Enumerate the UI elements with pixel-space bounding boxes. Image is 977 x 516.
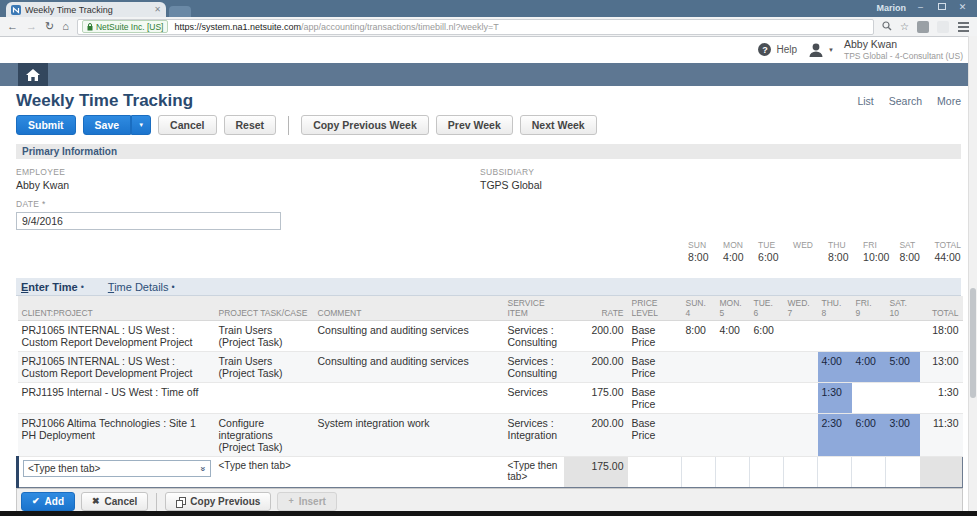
extension-icon[interactable] (917, 21, 929, 33)
window-restore-button[interactable] (935, 2, 948, 13)
subtab-bar: Enter Time• Time Details• (16, 278, 961, 296)
avatar-icon (807, 42, 825, 57)
hour-cell[interactable] (716, 383, 750, 414)
save-dropdown-button[interactable]: ▼ (131, 115, 151, 135)
tab-enter-time[interactable]: Enter Time• (21, 281, 84, 293)
col-header-service: SERVICE ITEM (504, 296, 564, 321)
tab-close-icon[interactable]: ✕ (154, 6, 161, 14)
hour-input-cell[interactable] (818, 457, 852, 488)
hour-cell[interactable] (716, 352, 750, 383)
page-zoom-icon[interactable] (882, 21, 892, 33)
rate-cell[interactable]: 175.00 (564, 457, 628, 488)
restore-icon (938, 3, 946, 10)
browser-toolbar: ← → ↻ ⌂ NetSuite Inc. [US] https://syste… (0, 17, 977, 37)
service-item-input[interactable]: <Type then tab> (504, 457, 564, 488)
hour-cell-selected[interactable]: 4:00 (818, 352, 852, 383)
hour-cell[interactable] (682, 414, 716, 457)
help-icon: ? (758, 43, 771, 56)
hour-cell-selected[interactable]: 5:00 (886, 352, 920, 383)
hour-cell[interactable] (852, 321, 886, 352)
nav-home-button[interactable] (18, 63, 48, 86)
hour-cell[interactable] (784, 383, 818, 414)
insert-button[interactable]: +Insert (277, 492, 337, 511)
user-menu[interactable]: ▼ (807, 42, 834, 57)
price-level-cell[interactable] (628, 457, 682, 488)
hour-cell[interactable] (750, 414, 784, 457)
date-input[interactable] (16, 212, 281, 230)
new-tab-button[interactable] (169, 6, 191, 17)
link-search[interactable]: Search (889, 95, 922, 107)
hour-cell[interactable] (716, 414, 750, 457)
timesheet-row[interactable]: PRJ1195 Internal - US West : Time off Se… (18, 383, 963, 414)
col-header-price: PRICE LEVEL (628, 296, 682, 321)
col-header-comment: COMMENT (314, 296, 504, 321)
chrome-menu-icon[interactable] (958, 26, 969, 28)
address-bar[interactable]: NetSuite Inc. [US] https://system.na1.ne… (77, 19, 874, 35)
copy-previous-week-button[interactable]: Copy Previous Week (301, 115, 429, 135)
user-info[interactable]: Abby Kwan TPS Global - 4-Consultant (US) (844, 38, 963, 61)
back-icon[interactable]: ← (7, 21, 18, 32)
scrollbar-thumb[interactable] (970, 288, 976, 398)
hour-cell[interactable] (818, 321, 852, 352)
comment-input[interactable] (314, 457, 504, 488)
extension-icon-secondary[interactable] (937, 21, 949, 33)
cancel-button[interactable]: Cancel (158, 115, 216, 135)
cancel-line-button[interactable]: ✖Cancel (81, 492, 148, 511)
hour-cell[interactable]: 8:00 (682, 321, 716, 352)
refresh-icon[interactable]: ↻ (45, 21, 54, 32)
hour-cell[interactable] (886, 383, 920, 414)
hour-cell[interactable]: 4:00 (716, 321, 750, 352)
hour-cell[interactable] (784, 352, 818, 383)
hour-input-cell[interactable] (886, 457, 920, 488)
window-close-button[interactable]: ✕ (956, 2, 969, 13)
browser-tab[interactable]: Weekly Time Tracking ✕ (6, 2, 166, 17)
help-link[interactable]: ? Help (758, 43, 797, 56)
link-list[interactable]: List (857, 95, 873, 107)
next-week-button[interactable]: Next Week (520, 115, 597, 135)
hour-cell-selected[interactable]: 1:30 (818, 383, 852, 414)
ssl-badge[interactable]: NetSuite Inc. [US] (82, 20, 169, 33)
hour-cell[interactable] (784, 414, 818, 457)
hour-cell-selected[interactable]: 2:30 (818, 414, 852, 457)
hour-cell[interactable]: 6:00 (750, 321, 784, 352)
hour-cell[interactable] (784, 321, 818, 352)
hour-input-cell[interactable] (852, 457, 886, 488)
forward-icon[interactable]: → (26, 21, 37, 32)
hour-cell-selected[interactable]: 6:00 (852, 414, 886, 457)
hour-input-cell[interactable] (716, 457, 750, 488)
add-button[interactable]: ✔Add (21, 492, 75, 511)
window-minimize-button[interactable]: – (914, 2, 927, 13)
tab-time-details[interactable]: Time Details• (108, 281, 175, 293)
hour-cell[interactable] (750, 352, 784, 383)
timesheet-row[interactable]: PRJ1065 INTERNAL : US West : Custom Repo… (18, 352, 963, 383)
hour-input-cell[interactable] (750, 457, 784, 488)
bookmark-star-icon[interactable]: ☆ (900, 22, 909, 32)
prev-week-button[interactable]: Prev Week (436, 115, 513, 135)
page-scrollbar[interactable] (968, 36, 977, 511)
url-text: https://system.na1.netsuite.com/app/acco… (174, 22, 498, 32)
hour-cell-selected[interactable]: 4:00 (852, 352, 886, 383)
client-project-select[interactable]: <Type then tab> » (23, 460, 211, 477)
link-more[interactable]: More (937, 95, 961, 107)
hour-cell[interactable] (886, 321, 920, 352)
project-task-input[interactable]: <Type then tab> (215, 457, 314, 488)
reset-button[interactable]: Reset (224, 115, 277, 135)
save-button[interactable]: Save (83, 115, 132, 135)
divider (156, 493, 157, 511)
top-action-bar: Submit Save ▼ Cancel Reset Copy Previous… (16, 115, 961, 135)
hour-input-cell[interactable] (784, 457, 818, 488)
timesheet-row[interactable]: PRJ1065 INTERNAL : US West : Custom Repo… (18, 321, 963, 352)
hour-cell[interactable] (682, 352, 716, 383)
hour-cell[interactable] (682, 383, 716, 414)
timesheet-row[interactable]: PRJ1066 Altima Technologies : Site 1 PH … (18, 414, 963, 457)
hour-input-cell[interactable] (682, 457, 716, 488)
window-user-label[interactable]: Marion (876, 3, 906, 13)
hour-cell[interactable] (750, 383, 784, 414)
copy-previous-button[interactable]: Copy Previous (165, 492, 271, 511)
browser-home-icon[interactable]: ⌂ (62, 21, 69, 32)
hour-cell-selected[interactable]: 3:00 (886, 414, 920, 457)
submit-button[interactable]: Submit (16, 115, 76, 135)
tab-menu-dot: • (172, 282, 175, 292)
hour-cell[interactable] (852, 383, 886, 414)
x-icon: ✖ (92, 497, 100, 506)
